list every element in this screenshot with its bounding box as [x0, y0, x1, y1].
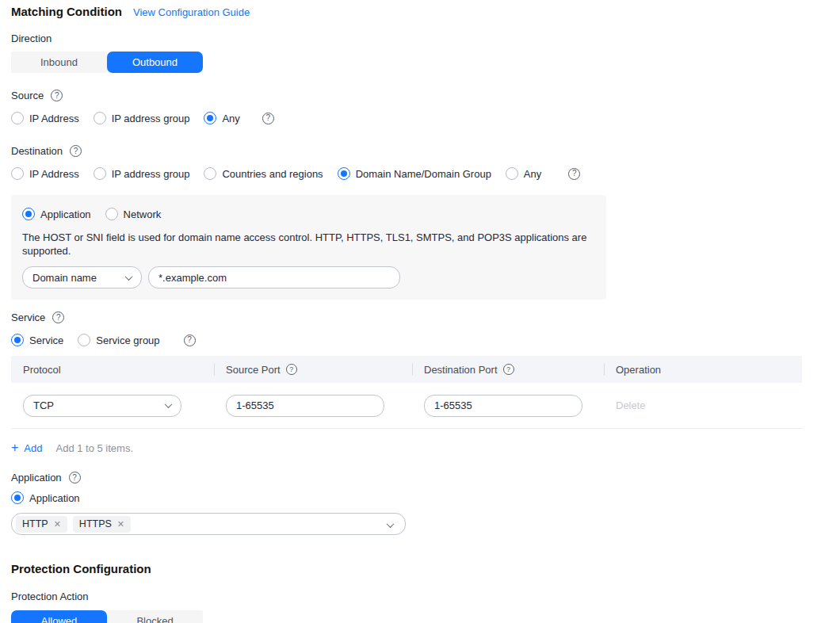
destination-radio-ip-address[interactable]: IP Address: [11, 167, 79, 180]
application-radio-application[interactable]: Application: [11, 491, 80, 504]
service-label-row: Service ?: [11, 312, 829, 323]
domain-radio-network[interactable]: Network: [105, 208, 162, 220]
add-service-button[interactable]: + Add: [11, 441, 42, 454]
source-options: IP Address IP address group Any ?: [11, 112, 829, 124]
chevron-down-icon: [165, 400, 173, 408]
column-divider: [214, 364, 215, 376]
protection-action-label: Protection Action: [11, 591, 829, 602]
destination-radio-any[interactable]: Any: [506, 167, 541, 180]
add-hint-text: Add 1 to 5 items.: [55, 442, 133, 454]
application-options: Application: [11, 491, 829, 504]
destination-port-input[interactable]: [424, 395, 582, 417]
help-icon[interactable]: ?: [69, 472, 81, 483]
direction-inbound-button[interactable]: Inbound: [11, 52, 107, 73]
help-icon[interactable]: ?: [51, 90, 63, 101]
domain-panel-description: The HOST or SNI field is used for domain…: [22, 231, 598, 258]
domain-name-input[interactable]: [148, 266, 400, 289]
rule-config-form: Matching Condition View Configuration Gu…: [0, 0, 829, 623]
service-table-row: TCP Delete: [11, 383, 802, 429]
radio-checked-icon: [11, 491, 24, 504]
operation-cell: Delete: [604, 399, 802, 411]
radio-icon: [204, 167, 216, 180]
destination-radio-countries-regions[interactable]: Countries and regions: [204, 167, 323, 180]
help-icon[interactable]: ?: [503, 364, 514, 375]
destination-port-cell: [412, 395, 604, 417]
protection-action-toggle: Allowed Blocked: [11, 610, 829, 623]
protocol-cell: TCP: [11, 395, 214, 417]
source-label-row: Source ?: [11, 90, 829, 101]
domain-type-select-value: Domain name: [32, 272, 97, 284]
protection-blocked-button[interactable]: Blocked: [107, 610, 203, 623]
source-radio-ip-address[interactable]: IP Address: [11, 112, 79, 124]
application-label-row: Application ?: [11, 472, 829, 483]
close-icon[interactable]: ✕: [117, 520, 124, 529]
help-icon[interactable]: ?: [70, 145, 82, 157]
service-label: Service: [11, 312, 45, 323]
service-table-header: Protocol Source Port ? Destination Port …: [11, 356, 802, 383]
add-button-label: Add: [24, 442, 42, 454]
column-header-protocol: Protocol: [11, 364, 214, 376]
destination-options: IP Address IP address group Countries an…: [11, 167, 829, 180]
domain-radio-application[interactable]: Application: [22, 208, 91, 220]
source-label: Source: [11, 90, 44, 101]
service-table: Protocol Source Port ? Destination Port …: [11, 356, 802, 429]
help-icon[interactable]: ?: [262, 113, 274, 124]
section-spacer: [11, 535, 829, 562]
source-radio-ip-address-group[interactable]: IP address group: [94, 112, 190, 124]
service-radio-service-group[interactable]: Service group: [78, 334, 159, 346]
radio-icon: [11, 167, 24, 180]
direction-toggle: Inbound Outbound: [11, 52, 829, 73]
add-service-row: + Add Add 1 to 5 items.: [11, 441, 829, 454]
close-icon[interactable]: ✕: [54, 520, 61, 529]
protection-allowed-button[interactable]: Allowed: [11, 610, 107, 623]
destination-radio-ip-address-group[interactable]: IP address group: [94, 167, 190, 180]
column-divider: [604, 364, 605, 376]
help-icon[interactable]: ?: [286, 364, 297, 375]
radio-icon: [94, 112, 106, 124]
radio-checked-icon: [11, 334, 24, 346]
source-radio-any[interactable]: Any: [204, 112, 239, 124]
service-options: Service Service group ?: [11, 334, 829, 346]
application-multiselect[interactable]: HTTP ✕ HTTPS ✕: [11, 513, 406, 535]
radio-checked-icon: [338, 167, 350, 180]
help-icon[interactable]: ?: [184, 334, 196, 346]
column-header-source-port: Source Port ?: [214, 364, 412, 376]
chevron-down-icon: [125, 273, 133, 281]
application-chip-https: HTTPS ✕: [73, 516, 131, 533]
protocol-select[interactable]: TCP: [23, 395, 181, 417]
direction-outbound-button[interactable]: Outbound: [107, 52, 203, 73]
matching-condition-title: Matching Condition: [11, 5, 122, 18]
radio-icon: [78, 334, 90, 346]
radio-icon: [11, 112, 24, 124]
domain-type-options: Application Network: [22, 208, 598, 220]
source-port-input[interactable]: [226, 395, 384, 417]
radio-icon: [506, 167, 518, 180]
help-icon[interactable]: ?: [568, 168, 580, 180]
domain-type-select[interactable]: Domain name: [22, 266, 142, 289]
radio-checked-icon: [22, 208, 35, 220]
column-header-destination-port: Destination Port ?: [412, 364, 604, 376]
column-divider: [412, 364, 413, 376]
help-icon[interactable]: ?: [52, 312, 64, 323]
radio-icon: [94, 167, 106, 180]
destination-label-row: Destination ?: [11, 145, 829, 157]
application-chip-http: HTTP ✕: [16, 516, 67, 533]
protocol-select-value: TCP: [33, 399, 54, 411]
application-label: Application: [11, 472, 62, 483]
chevron-down-icon: [387, 520, 395, 528]
direction-label: Direction: [11, 32, 829, 44]
domain-panel-controls: Domain name: [22, 266, 598, 289]
view-configuration-guide-link[interactable]: View Configuration Guide: [133, 6, 250, 18]
protection-configuration-title: Protection Configuration: [11, 562, 151, 575]
plus-icon: +: [11, 441, 18, 454]
radio-checked-icon: [204, 112, 216, 124]
radio-icon: [105, 208, 118, 220]
delete-row-button[interactable]: Delete: [616, 399, 646, 411]
destination-radio-domain-name-group[interactable]: Domain Name/Domain Group: [338, 167, 491, 180]
destination-label: Destination: [11, 145, 63, 157]
service-radio-service[interactable]: Service: [11, 334, 63, 346]
matching-condition-header: Matching Condition View Configuration Gu…: [11, 5, 829, 18]
source-port-cell: [214, 395, 412, 417]
column-header-operation: Operation: [604, 364, 802, 376]
domain-settings-panel: Application Network The HOST or SNI fiel…: [11, 195, 606, 300]
